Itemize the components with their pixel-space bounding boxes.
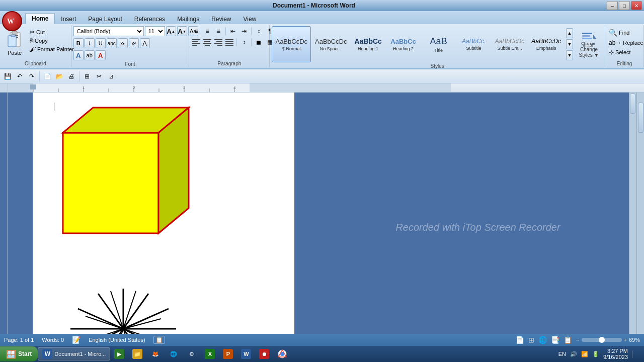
taskbar-item-unknown1[interactable]: ⚙ [183, 347, 201, 360]
document-area[interactable] [8, 93, 319, 362]
tab-view[interactable]: View [237, 14, 263, 24]
toolbar-btn-extra3[interactable]: ⊿ [106, 71, 117, 82]
sort-button[interactable]: ↕ [254, 26, 264, 36]
taskbar-item-word[interactable]: W Document1 - Micro... [38, 347, 110, 360]
shading-button[interactable]: ◼ [254, 37, 264, 47]
show-desktop[interactable] [632, 350, 640, 358]
print-button[interactable]: 🖨 [66, 71, 77, 82]
close-button[interactable]: ✕ [631, 1, 642, 10]
bold-button[interactable]: B [73, 38, 84, 48]
tab-page-layout[interactable]: Page Layout [82, 14, 128, 24]
svg-rect-17 [214, 43, 222, 44]
select-button[interactable]: ⊹ Select [607, 48, 632, 56]
toolbar-btn-extra2[interactable]: ✂ [94, 71, 105, 82]
font-color-button[interactable]: A [96, 50, 106, 60]
zoom-slider-thumb[interactable] [599, 337, 605, 343]
save-toolbar-button[interactable]: 💾 [2, 71, 13, 82]
styles-scroll-down[interactable]: ▼ [566, 39, 573, 49]
tab-review[interactable]: Review [205, 14, 237, 24]
change-styles-button[interactable]: Change Styles ChangeStyles ▼ [575, 29, 603, 60]
format-painter-button[interactable]: 🖌 Format Painter [28, 45, 75, 53]
svg-rect-24 [582, 35, 590, 37]
increase-indent-button[interactable]: ⇥ [239, 26, 249, 36]
taskbar-item-media[interactable]: ▶ [110, 347, 128, 360]
style-emphasis[interactable]: AaBbCcDc Emphasis [528, 26, 564, 62]
paste-button[interactable]: Paste [2, 26, 27, 60]
clear-formatting-button[interactable]: A [140, 38, 150, 48]
taskbar-item-explorer[interactable]: 📁 [128, 347, 146, 360]
strikethrough-button[interactable]: abc [107, 38, 117, 48]
taskbar-item-ie[interactable]: 🌐 [165, 347, 183, 360]
zoom-out-icon[interactable]: − [576, 337, 579, 343]
style-title[interactable]: AaB Title [422, 26, 456, 62]
cut-button[interactable]: ✂ Cut [28, 28, 75, 36]
subscript-button[interactable]: x₂ [118, 38, 128, 48]
taskbar-item-powerpoint[interactable]: P [219, 347, 237, 360]
undo-toolbar-button[interactable]: ↶ [14, 71, 25, 82]
document-wrapper: Recorded with iTop Screen Recorder [8, 93, 636, 362]
scrollbar-thumb[interactable] [630, 94, 635, 114]
start-button[interactable]: 🪟 Start [0, 346, 38, 361]
doc-scroll-thumb[interactable] [638, 103, 643, 133]
find-button[interactable]: 🔍 Find [607, 28, 631, 37]
align-left-button[interactable] [191, 37, 201, 47]
vertical-scrollbar[interactable] [629, 93, 636, 362]
view-normal-icon[interactable]: 📄 [516, 336, 524, 344]
line-spacing-button[interactable]: ↕ [239, 37, 249, 47]
new-doc-button[interactable]: 📄 [42, 71, 53, 82]
toolbar-btn-extra1[interactable]: ⊞ [82, 71, 93, 82]
style-emphasis-preview: AaBbCcDc [531, 38, 561, 45]
svg-rect-21 [225, 43, 233, 44]
underline-button[interactable]: U [96, 38, 106, 48]
tab-mailings[interactable]: Mailings [171, 14, 205, 24]
taskbar-item-word2[interactable]: W [237, 347, 255, 360]
zoom-in-icon[interactable]: + [624, 337, 627, 343]
view-web-icon[interactable]: 🌐 [538, 336, 547, 344]
office-button[interactable] [2, 11, 22, 31]
maximize-button[interactable]: □ [619, 1, 630, 10]
view-outline-icon[interactable]: 📑 [551, 336, 559, 344]
replace-button[interactable]: ab→ Replace [607, 39, 644, 47]
style-heading1[interactable]: AaBbCc Heading 1 [351, 26, 385, 62]
minimize-button[interactable]: – [607, 1, 618, 10]
superscript-button[interactable]: x² [129, 38, 139, 48]
numbering-button[interactable]: ≡ [202, 26, 212, 36]
bullets-button[interactable]: ≡ [191, 26, 201, 36]
tray-volume[interactable]: 🔊 [570, 351, 577, 357]
style-normal[interactable]: AaBbCcDc ¶ Normal [272, 26, 311, 62]
doc-vertical-scrollbar[interactable] [636, 93, 644, 362]
font-size-select[interactable]: 11 [145, 26, 165, 36]
decrease-indent-button[interactable]: ⇤ [228, 26, 238, 36]
tab-home[interactable]: Home [25, 13, 55, 24]
taskbar-item-recorder[interactable]: ⏺ [255, 347, 273, 360]
styles-scroll-up[interactable]: ▲ [566, 28, 573, 38]
open-button[interactable]: 📂 [54, 71, 65, 82]
font-grow-button[interactable]: A▲ [166, 26, 176, 36]
tab-references[interactable]: References [128, 14, 171, 24]
style-heading2[interactable]: AaBbCc Heading 2 [386, 26, 421, 62]
multilevel-button[interactable]: ≡ [213, 26, 223, 36]
justify-button[interactable] [224, 37, 234, 47]
tab-insert[interactable]: Insert [55, 14, 82, 24]
taskbar-item-chrome[interactable] [273, 347, 291, 360]
align-right-button[interactable] [213, 37, 223, 47]
svg-rect-12 [204, 41, 210, 42]
font-shrink-button[interactable]: A▼ [177, 26, 187, 36]
view-draft-icon[interactable]: 📋 [564, 336, 572, 344]
copy-button[interactable]: ⎘ Copy [28, 37, 75, 45]
style-title-preview: AaB [430, 36, 447, 47]
italic-button[interactable]: I [85, 38, 95, 48]
style-subtitle[interactable]: AaBbCc. Subtitle [457, 26, 491, 62]
taskbar-item-excel[interactable]: X [201, 347, 219, 360]
font-name-select[interactable]: Calibri (Body) [73, 26, 144, 36]
align-center-button[interactable] [202, 37, 212, 47]
firefox-icon: 🦊 [150, 349, 160, 359]
redo-toolbar-button[interactable]: ↷ [26, 71, 37, 82]
text-highlight-button[interactable]: ab [85, 50, 95, 60]
text-effects-button[interactable]: A [73, 50, 84, 60]
styles-dropdown[interactable]: ▼ [566, 50, 573, 60]
taskbar-item-firefox[interactable]: 🦊 [146, 347, 165, 360]
style-subtle-emphasis[interactable]: AaBbCcDc Subtle Em... [492, 26, 528, 62]
view-fullscreen-icon[interactable]: ⊞ [528, 336, 534, 344]
style-no-spacing[interactable]: AaBbCcDc No Spaci... [312, 26, 350, 62]
